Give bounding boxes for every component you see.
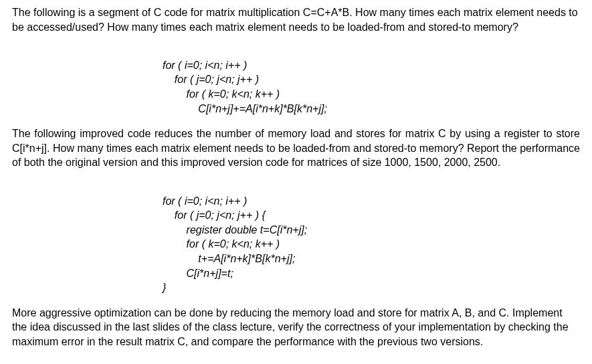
code-line: C[i*n+j]=t; [163,268,233,279]
intro-paragraph-1: The following is a segment of C code for… [12,5,580,34]
code-block-original: for ( i=0; i<n; i++ ) for ( j=0; j<n; j+… [163,43,580,116]
code-line: for ( i=0; i<n; i++ ) [163,60,247,71]
code-line: } [163,282,166,293]
paragraph-text: The following is a segment of C code for… [12,7,578,33]
code-block-improved: for ( i=0; i<n; i++ ) for ( j=0; j<n; j+… [163,179,580,295]
code-line: t+=A[i*n+k]*B[k*n+j]; [163,253,295,264]
code-line: for ( k=0; k<n; k++ ) [163,88,280,100]
code-line: for ( k=0; k<n; k++ ) [163,238,280,250]
paragraph-text: More aggressive optimization can be done… [12,307,569,347]
code-line: for ( j=0; j<n; j++ ) [163,74,259,85]
code-line: C[i*n+j]+=A[i*n+k]*B[k*n+j]; [163,103,327,114]
paragraph-text: The following improved code reduces the … [12,128,580,168]
code-line: for ( i=0; i<n; i++ ) [163,195,247,207]
intro-paragraph-2: The following improved code reduces the … [12,126,580,170]
code-line: for ( j=0; j<n; j++ ) { [163,209,266,221]
intro-paragraph-3: More aggressive optimization can be done… [12,306,580,349]
code-line: register double t=C[i*n+j]; [163,224,307,236]
